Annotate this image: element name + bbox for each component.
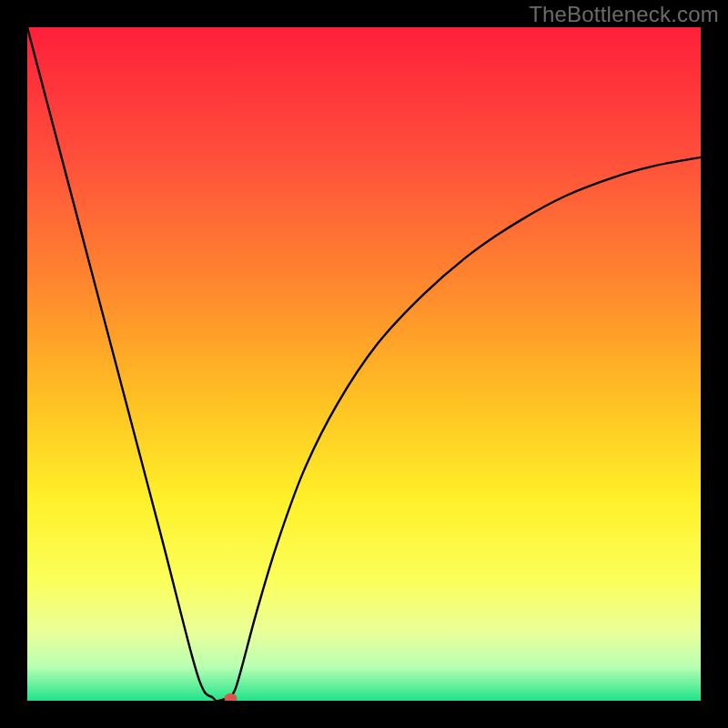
plot-area (27, 27, 701, 701)
chart-frame: TheBottleneck.com (0, 0, 728, 728)
watermark-text: TheBottleneck.com (529, 2, 719, 27)
chart-svg (27, 27, 701, 701)
gradient-background (27, 27, 701, 701)
